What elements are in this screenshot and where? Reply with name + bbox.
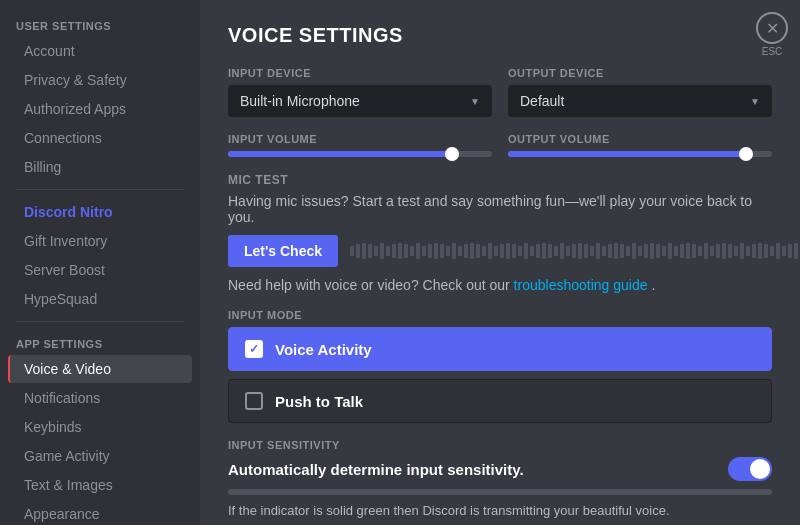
input-device-select[interactable]: Built-in Microphone	[228, 85, 492, 117]
mic-bar	[470, 243, 474, 259]
mic-bar	[500, 244, 504, 258]
mic-bar	[596, 243, 600, 259]
mic-bar	[494, 246, 498, 256]
push-to-talk-checkbox[interactable]	[245, 392, 263, 410]
input-volume-thumb[interactable]	[445, 147, 459, 161]
input-sensitivity-label: INPUT SENSITIVITY	[228, 439, 772, 451]
input-device-group: INPUT DEVICE Built-in Microphone	[228, 67, 492, 117]
user-settings-section-label: USER SETTINGS	[0, 12, 200, 36]
sidebar-divider-2	[16, 321, 184, 322]
sidebar-item-server-boost[interactable]: Server Boost	[8, 256, 192, 284]
mic-bar	[782, 246, 786, 256]
output-device-select-wrapper: Default	[508, 85, 772, 117]
mic-bar	[710, 246, 714, 256]
sidebar-item-discord-nitro[interactable]: Discord Nitro	[8, 198, 192, 226]
mic-test-row: Let's Check	[228, 235, 772, 267]
mic-bar	[776, 243, 780, 259]
mic-bar	[584, 244, 588, 258]
mic-bar	[374, 246, 378, 256]
sidebar-item-account[interactable]: Account	[8, 37, 192, 65]
mic-bar	[644, 244, 648, 258]
sidebar-item-keybinds[interactable]: Keybinds	[8, 413, 192, 441]
main-content: VOICE SETTINGS INPUT DEVICE Built-in Mic…	[200, 0, 800, 525]
mic-bar	[482, 246, 486, 256]
mic-bar	[746, 246, 750, 256]
troubleshoot-text: Need help with voice or video? Check out…	[228, 277, 772, 293]
mic-bar	[794, 243, 798, 259]
mic-bar	[716, 244, 720, 258]
mic-bar	[662, 246, 666, 256]
close-button[interactable]: ✕	[756, 12, 788, 44]
mic-bar	[428, 244, 432, 258]
output-device-label: OUTPUT DEVICE	[508, 67, 772, 79]
mic-bar	[704, 243, 708, 259]
mic-bar	[362, 243, 366, 259]
mic-bar	[368, 244, 372, 258]
input-device-select-wrapper: Built-in Microphone	[228, 85, 492, 117]
mic-bar	[788, 244, 792, 258]
input-device-label: INPUT DEVICE	[228, 67, 492, 79]
mic-bar	[530, 246, 534, 256]
voice-activity-option[interactable]: Voice Activity	[228, 327, 772, 371]
sidebar-item-connections[interactable]: Connections	[8, 124, 192, 152]
mic-bar	[692, 244, 696, 258]
mic-test-section: MIC TEST Having mic issues? Start a test…	[228, 173, 772, 293]
mic-bar	[590, 246, 594, 256]
mic-bar	[512, 244, 516, 258]
mic-bar	[638, 246, 642, 256]
page-title: VOICE SETTINGS	[228, 24, 772, 47]
push-to-talk-option[interactable]: Push to Talk	[228, 379, 772, 423]
mic-bar	[770, 246, 774, 256]
voice-activity-checkbox[interactable]	[245, 340, 263, 358]
auto-sensitivity-toggle[interactable]	[728, 457, 772, 481]
mic-bar	[548, 244, 552, 258]
auto-sensitivity-label: Automatically determine input sensitivit…	[228, 461, 524, 478]
output-volume-track[interactable]	[508, 151, 772, 157]
sidebar-divider-1	[16, 189, 184, 190]
output-device-select[interactable]: Default	[508, 85, 772, 117]
sidebar-item-privacy-safety[interactable]: Privacy & Safety	[8, 66, 192, 94]
sidebar-item-voice-video[interactable]: Voice & Video	[8, 355, 192, 383]
mic-bar	[434, 243, 438, 259]
sidebar-item-authorized-apps[interactable]: Authorized Apps	[8, 95, 192, 123]
mic-bar	[446, 246, 450, 256]
mic-bar	[698, 246, 702, 256]
mic-bar	[626, 246, 630, 256]
sidebar-item-billing[interactable]: Billing	[8, 153, 192, 181]
sidebar-item-game-activity[interactable]: Game Activity	[8, 442, 192, 470]
mic-bar	[416, 243, 420, 259]
output-volume-label: OUTPUT VOLUME	[508, 133, 772, 145]
sidebar-item-gift-inventory[interactable]: Gift Inventory	[8, 227, 192, 255]
mic-bar	[686, 243, 690, 259]
mic-bar	[536, 244, 540, 258]
sensitivity-track[interactable]	[228, 489, 772, 495]
mic-bar	[524, 243, 528, 259]
mic-bar	[488, 243, 492, 259]
mic-bars	[350, 243, 800, 259]
mic-bar	[620, 244, 624, 258]
mic-bar	[740, 243, 744, 259]
output-volume-thumb[interactable]	[739, 147, 753, 161]
output-volume-group: OUTPUT VOLUME	[508, 133, 772, 157]
troubleshoot-link[interactable]: troubleshooting guide	[514, 277, 648, 293]
mic-bar	[356, 244, 360, 258]
sidebar-item-appearance[interactable]: Appearance	[8, 500, 192, 525]
sidebar-item-text-images[interactable]: Text & Images	[8, 471, 192, 499]
push-to-talk-label: Push to Talk	[275, 393, 363, 410]
mic-test-label: MIC TEST	[228, 173, 772, 187]
mic-bar	[680, 244, 684, 258]
sensitivity-section: INPUT SENSITIVITY Automatically determin…	[228, 439, 772, 518]
toggle-knob	[750, 459, 770, 479]
lets-check-button[interactable]: Let's Check	[228, 235, 338, 267]
input-mode-label: INPUT MODE	[228, 309, 772, 321]
mic-bar	[518, 246, 522, 256]
input-volume-fill	[228, 151, 452, 157]
input-volume-group: INPUT VOLUME	[228, 133, 492, 157]
mic-bar	[410, 246, 414, 256]
mic-bar	[614, 243, 618, 259]
input-volume-track[interactable]	[228, 151, 492, 157]
output-device-group: OUTPUT DEVICE Default	[508, 67, 772, 117]
sidebar-item-hypesquad[interactable]: HypeSquad	[8, 285, 192, 313]
sidebar-item-notifications[interactable]: Notifications	[8, 384, 192, 412]
mic-bar	[668, 243, 672, 259]
